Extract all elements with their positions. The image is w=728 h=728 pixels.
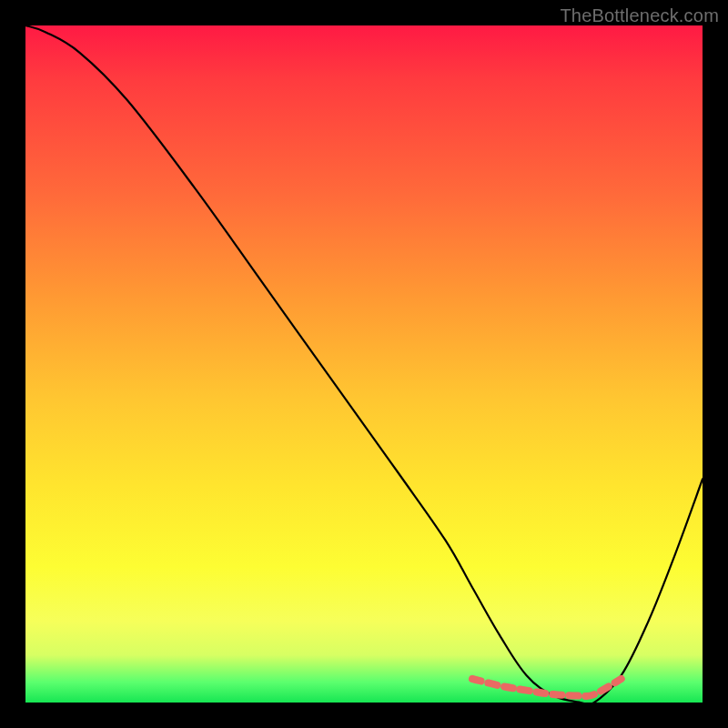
chart-svg <box>25 25 703 703</box>
plot-area <box>25 25 703 703</box>
bottleneck-curve <box>25 25 703 705</box>
chart-frame: TheBottleneck.com <box>0 0 728 728</box>
watermark-text: TheBottleneck.com <box>560 5 719 26</box>
optimal-band <box>472 679 622 696</box>
